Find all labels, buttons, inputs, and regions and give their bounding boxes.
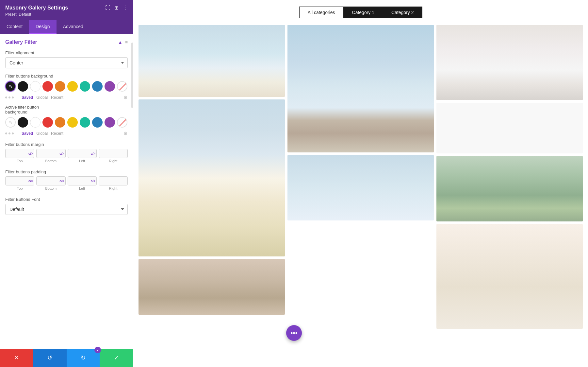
undo-button[interactable]: ↺ <box>33 349 67 367</box>
filter-bg-label: Filter buttons background <box>5 74 128 79</box>
tab-design[interactable]: Design <box>29 20 57 34</box>
panel-header: Masonry Gallery Settings ⛶ ⊞ ⋮ Preset: D… <box>0 0 133 20</box>
active-filter-bg-section: Active filter buttonbackground ✎ <box>0 103 133 139</box>
padding-bottom-cell: c/> Bottom <box>36 176 65 190</box>
fab-dots-icon: ••• <box>290 329 297 337</box>
filter-font-select[interactable]: Default Custom <box>5 204 128 215</box>
color-blue-2[interactable] <box>92 117 103 128</box>
gallery-image-5 <box>287 155 434 220</box>
gallery-image-2 <box>287 25 434 152</box>
gallery-preview: All categories Category 1 Category 2 ••• <box>133 0 588 367</box>
filter-font-label: Filter Buttons Font <box>5 197 128 202</box>
color-red-2[interactable] <box>42 117 53 128</box>
gallery-image-3b <box>436 103 583 153</box>
gallery-col-3 <box>436 25 583 329</box>
padding-top-label: Top <box>17 186 23 190</box>
panel-bottom-bar: ✕ ↺ ↻ ▲ ✓ <box>0 349 133 367</box>
gallery-col-2 <box>287 25 434 220</box>
cancel-button[interactable]: ✕ <box>0 349 33 367</box>
color-purple-1[interactable] <box>105 81 115 92</box>
color-none-1[interactable] <box>117 81 127 92</box>
fab-button[interactable]: ••• <box>286 325 302 341</box>
filter-margin-field: Filter buttons margin c/> Top c/> Bottom <box>0 139 133 167</box>
color-yellow-1[interactable] <box>67 81 78 92</box>
settings-panel: Masonry Gallery Settings ⛶ ⊞ ⋮ Preset: D… <box>0 0 133 367</box>
gallery-image-1 <box>139 25 285 97</box>
padding-right-input[interactable] <box>99 176 128 185</box>
margin-left-cell: c/> Left <box>68 149 97 163</box>
margin-top-cell: c/> Top <box>5 149 34 163</box>
padding-grid: c/> Top c/> Bottom c/> Left <box>5 176 128 190</box>
color-gear-1[interactable]: ⚙ <box>123 95 128 100</box>
color-black-2[interactable] <box>18 117 28 128</box>
section-title: Gallery Filter <box>5 39 37 45</box>
color-dots-2 <box>5 132 14 135</box>
eyedropper-swatch-1[interactable]: ✎ <box>5 81 16 92</box>
padding-left-cell: c/> Left <box>68 176 97 190</box>
eyedropper-swatch-2[interactable]: ✎ <box>5 117 16 128</box>
color-black-1[interactable] <box>18 81 28 92</box>
tab-advanced[interactable]: Advanced <box>57 20 90 34</box>
color-teal-1[interactable] <box>80 81 90 92</box>
filter-padding-field: Filter buttons padding c/> Top c/> Botto… <box>0 167 133 194</box>
margin-right-cell: Right <box>99 149 128 163</box>
header-icons: ⛶ ⊞ ⋮ <box>105 5 128 11</box>
color-red-1[interactable] <box>42 81 53 92</box>
filter-margin-label: Filter buttons margin <box>5 142 128 147</box>
gallery-image-3 <box>436 25 583 100</box>
preset-label: Preset: Default <box>5 12 128 17</box>
save-button[interactable]: ✓ <box>100 349 133 367</box>
margin-right-input[interactable] <box>99 149 128 158</box>
color-yellow-2[interactable] <box>67 117 78 128</box>
color-purple-2[interactable] <box>105 117 115 128</box>
color-blue-1[interactable] <box>92 81 103 92</box>
panel-tabs: Content Design Advanced <box>0 20 133 34</box>
grid-icon[interactable]: ⊞ <box>114 5 119 11</box>
margin-right-label: Right <box>109 159 118 163</box>
active-filter-bg-label: Active filter buttonbackground <box>5 105 128 114</box>
global-tab-1[interactable]: Global <box>36 95 48 100</box>
scrollbar <box>131 43 133 108</box>
filter-category-1[interactable]: Category 1 <box>344 7 383 18</box>
filter-bg-section: Filter buttons background ✎ <box>0 72 133 103</box>
filter-bg-color-row: ✎ <box>5 81 128 92</box>
recent-tab-2[interactable]: Recent <box>51 131 63 136</box>
color-dots-1 <box>5 96 14 99</box>
filter-category-2[interactable]: Category 2 <box>383 7 422 18</box>
color-white-1[interactable] <box>30 81 41 92</box>
tab-content[interactable]: Content <box>0 20 29 34</box>
color-teal-2[interactable] <box>80 117 90 128</box>
padding-right-cell: Right <box>99 176 128 190</box>
color-gear-2[interactable]: ⚙ <box>123 131 128 136</box>
color-none-2[interactable] <box>117 117 127 128</box>
saved-tab-1[interactable]: Saved <box>22 95 33 100</box>
gallery-image-6 <box>436 156 583 221</box>
filter-bar: All categories Category 1 Category 2 <box>133 0 588 25</box>
margin-top-label: Top <box>17 159 23 163</box>
recent-tab-1[interactable]: Recent <box>51 95 63 100</box>
color-orange-1[interactable] <box>55 81 65 92</box>
filter-all-categories[interactable]: All categories <box>299 7 343 18</box>
section-header: Gallery Filter ▲ ≡ <box>0 34 133 48</box>
section-more-icon[interactable]: ≡ <box>125 40 128 45</box>
margin-grid: c/> Top c/> Bottom c/> Left <box>5 149 128 163</box>
section-controls: ▲ ≡ <box>118 40 128 45</box>
padding-right-label: Right <box>109 186 118 190</box>
global-tab-2[interactable]: Global <box>36 131 48 136</box>
filter-alignment-label: Filter alignment <box>5 50 128 55</box>
panel-body: Gallery Filter ▲ ≡ Filter alignment Cent… <box>0 34 133 349</box>
gallery-image-7 <box>139 259 285 315</box>
margin-bottom-cell: c/> Bottom <box>36 149 65 163</box>
active-filter-bg-color-row: ✎ <box>5 117 128 128</box>
color-white-2[interactable] <box>30 117 41 128</box>
fullscreen-icon[interactable]: ⛶ <box>105 5 110 11</box>
filter-font-field: Filter Buttons Font Default Custom <box>0 194 133 219</box>
collapse-icon[interactable]: ▲ <box>118 40 122 45</box>
gallery-image-4 <box>139 99 285 256</box>
color-orange-2[interactable] <box>55 117 65 128</box>
filter-padding-label: Filter buttons padding <box>5 169 128 174</box>
filter-alignment-field: Filter alignment Center Left Right <box>0 48 133 72</box>
saved-tab-2[interactable]: Saved <box>22 131 33 136</box>
filter-alignment-select[interactable]: Center Left Right <box>5 57 128 68</box>
more-icon[interactable]: ⋮ <box>122 5 128 11</box>
